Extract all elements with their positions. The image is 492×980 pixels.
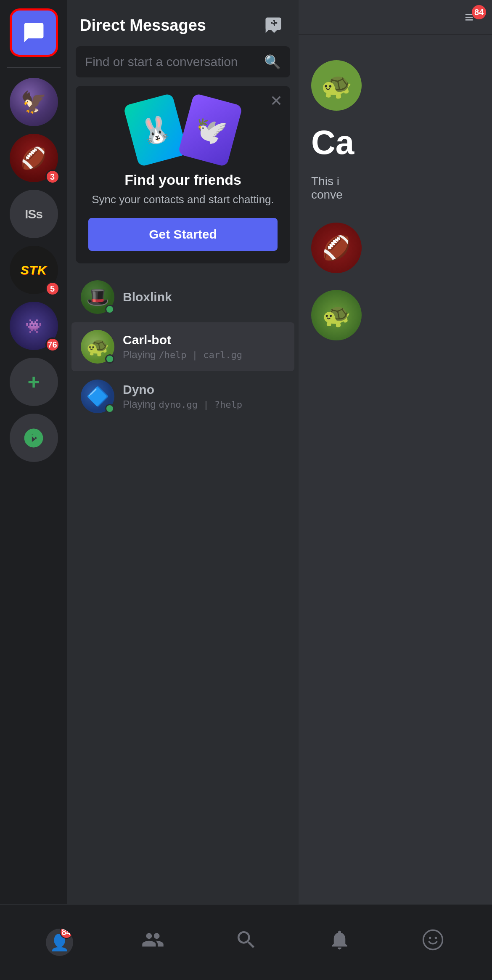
nav-search-icon <box>235 928 258 957</box>
notification-wrapper: ≡ 84 <box>465 8 482 26</box>
war-server-wrapper: 👾 76 <box>10 302 58 350</box>
right-panel-subtext: This i conve <box>311 175 343 202</box>
explore-wrapper <box>10 414 58 462</box>
dm-item-dyno[interactable]: 🔷 Dyno Playing dyno.gg | ?help <box>71 372 294 421</box>
friends-icon <box>141 928 164 957</box>
add-server-wrapper: + <box>10 358 58 406</box>
bloxlink-avatar-wrapper: 🎩 <box>81 280 114 314</box>
search-input[interactable] <box>85 55 259 69</box>
right-content: 🐢 Ca This i conve 🏈 🐢 <box>299 35 492 904</box>
nav-item-notifications[interactable] <box>318 928 360 957</box>
war-server-badge: 76 <box>45 337 60 352</box>
right-panel-heading: Ca <box>311 123 354 162</box>
nav-item-friends[interactable] <box>132 928 174 957</box>
dm-icon-button[interactable] <box>10 8 58 57</box>
right-panel-avatar-2: 🐢 <box>311 290 362 340</box>
helmet-server-badge: 3 <box>45 170 60 184</box>
right-panel: ≡ 84 🐢 Ca This i conve 🏈 🐢 <box>299 0 492 904</box>
dyno-info: Dyno Playing dyno.gg | ?help <box>123 382 285 410</box>
svg-point-3 <box>434 937 437 939</box>
server-sidebar: 🦅 🏈 3 ISs STK 5 👾 76 <box>0 0 67 904</box>
bottom-navigation: 👤 84 <box>0 904 492 980</box>
dyno-status: Playing dyno.gg | ?help <box>123 398 285 410</box>
bloxlink-online-indicator <box>105 305 114 314</box>
svg-point-2 <box>429 937 431 939</box>
find-friends-subtitle: Sync your contacts and start chatting. <box>88 193 278 206</box>
friends-illustration: 🐰 🕊️ <box>88 98 278 162</box>
right-panel-mascot: 🐢 <box>311 60 362 111</box>
dyno-name: Dyno <box>123 382 285 397</box>
right-panel-header: ≡ 84 <box>299 0 492 35</box>
search-icon: 🔍 <box>264 54 281 70</box>
dm-item-carlbot[interactable]: 🐢 Carl-bot Playing /help | carl.gg <box>71 322 294 371</box>
nav-item-search[interactable] <box>225 928 267 957</box>
carlbot-online-indicator <box>105 354 114 364</box>
stk-server-wrapper: STK 5 <box>10 246 58 294</box>
dm-item-bloxlink[interactable]: 🎩 Bloxlink <box>71 273 294 321</box>
header-notification-badge: 84 <box>472 5 486 19</box>
dyno-online-indicator <box>105 404 114 413</box>
explore-button[interactable] <box>10 414 58 462</box>
bloxlink-name: Bloxlink <box>123 290 285 304</box>
nav-item-home[interactable]: 👤 84 <box>38 929 80 956</box>
carlbot-name: Carl-bot <box>123 333 285 347</box>
dm-panel: Direct Messages 🔍 ✕ <box>67 0 299 904</box>
carlbot-status: Playing /help | carl.gg <box>123 349 285 361</box>
get-started-button[interactable]: Get Started <box>88 218 278 251</box>
bloxlink-info: Bloxlink <box>123 290 285 304</box>
dm-server-icon-wrapper <box>10 8 58 57</box>
dyno-avatar-wrapper: 🔷 <box>81 380 114 413</box>
carlbot-avatar-wrapper: 🐢 <box>81 330 114 364</box>
dm-title: Direct Messages <box>80 16 206 35</box>
helmet-server-wrapper: 🏈 3 <box>10 134 58 182</box>
nav-bell-icon <box>328 928 351 957</box>
nav-home-avatar: 👤 84 <box>46 929 73 956</box>
dm-list: 🎩 Bloxlink 🐢 Carl-bot <box>67 272 299 904</box>
carlbot-info: Carl-bot Playing /help | carl.gg <box>123 333 285 361</box>
add-server-button[interactable]: + <box>10 358 58 406</box>
iss-server-icon[interactable]: ISs <box>10 190 58 238</box>
find-friends-title: Find your friends <box>88 172 278 188</box>
nav-item-profile[interactable] <box>412 928 454 957</box>
svg-point-1 <box>423 930 442 949</box>
iss-server-wrapper: ISs <box>10 190 58 238</box>
sidebar-divider <box>7 67 61 68</box>
right-panel-avatar: 🏈 <box>311 223 362 273</box>
dm-header: Direct Messages <box>67 0 299 46</box>
nav-profile-icon <box>421 928 444 957</box>
bird-server-icon[interactable]: 🦅 <box>10 78 58 126</box>
bird-server-wrapper: 🦅 <box>10 78 58 126</box>
stk-server-badge: 5 <box>45 282 60 296</box>
close-find-friends-button[interactable]: ✕ <box>270 93 283 109</box>
new-dm-button[interactable] <box>261 13 286 38</box>
find-friends-card: ✕ 🐰 🕊️ Find your friends Sync your conta… <box>76 86 290 263</box>
search-bar[interactable]: 🔍 <box>76 46 290 77</box>
